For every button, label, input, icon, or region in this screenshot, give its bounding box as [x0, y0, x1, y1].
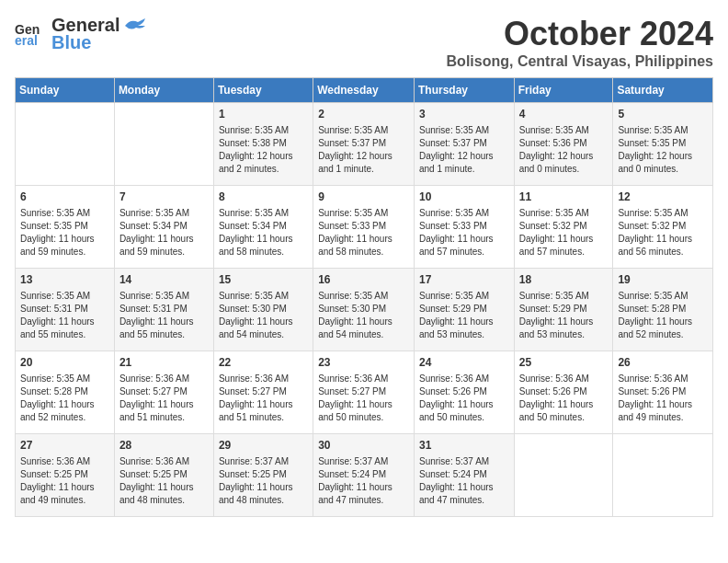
calendar-cell — [114, 103, 213, 186]
logo-bird-icon — [121, 17, 147, 35]
day-number: 17 — [419, 272, 509, 288]
day-number: 6 — [20, 190, 109, 205]
day-number: 16 — [318, 272, 409, 288]
day-number: 28 — [119, 438, 209, 454]
weekday-header-monday: Monday — [114, 78, 213, 103]
day-number: 20 — [20, 355, 109, 371]
day-info: Sunrise: 5:35 AMSunset: 5:37 PMDaylight:… — [419, 124, 509, 176]
calendar-cell: 30Sunrise: 5:37 AMSunset: 5:24 PMDayligh… — [313, 434, 415, 517]
day-number: 2 — [318, 107, 409, 122]
day-info: Sunrise: 5:35 AMSunset: 5:31 PMDaylight:… — [20, 290, 109, 341]
day-number: 15 — [219, 272, 308, 288]
calendar-cell: 17Sunrise: 5:35 AMSunset: 5:29 PMDayligh… — [414, 269, 514, 351]
calendar-week-3: 13Sunrise: 5:35 AMSunset: 5:31 PMDayligh… — [16, 269, 713, 351]
day-info: Sunrise: 5:35 AMSunset: 5:28 PMDaylight:… — [20, 373, 109, 424]
weekday-header-tuesday: Tuesday — [213, 78, 313, 103]
day-number: 10 — [419, 190, 509, 205]
day-number: 31 — [419, 438, 509, 454]
location-title: Bolisong, Central Visayas, Philippines — [447, 53, 713, 70]
day-info: Sunrise: 5:37 AMSunset: 5:25 PMDaylight:… — [219, 455, 308, 507]
day-number: 29 — [219, 438, 308, 454]
calendar-cell: 15Sunrise: 5:35 AMSunset: 5:30 PMDayligh… — [213, 269, 313, 351]
day-number: 11 — [519, 190, 609, 205]
day-number: 19 — [618, 272, 708, 288]
day-info: Sunrise: 5:35 AMSunset: 5:37 PMDaylight:… — [318, 124, 409, 176]
calendar-cell: 6Sunrise: 5:35 AMSunset: 5:35 PMDaylight… — [16, 186, 115, 269]
page-header: Gen eral General Blue October 2024 Bolis… — [15, 15, 713, 70]
calendar-cell: 14Sunrise: 5:35 AMSunset: 5:31 PMDayligh… — [114, 269, 213, 351]
calendar-cell: 1Sunrise: 5:35 AMSunset: 5:38 PMDaylight… — [213, 103, 313, 186]
weekday-header-sunday: Sunday — [16, 78, 115, 103]
day-info: Sunrise: 5:35 AMSunset: 5:33 PMDaylight:… — [318, 207, 409, 259]
calendar-cell: 10Sunrise: 5:35 AMSunset: 5:33 PMDayligh… — [414, 186, 514, 269]
calendar-cell: 29Sunrise: 5:37 AMSunset: 5:25 PMDayligh… — [213, 434, 313, 517]
day-number: 27 — [20, 438, 109, 454]
day-number: 21 — [119, 355, 209, 371]
day-number: 9 — [318, 190, 409, 205]
day-number: 1 — [219, 107, 308, 122]
calendar-cell: 11Sunrise: 5:35 AMSunset: 5:32 PMDayligh… — [514, 186, 613, 269]
day-info: Sunrise: 5:37 AMSunset: 5:24 PMDaylight:… — [318, 455, 409, 507]
logo: Gen eral General Blue — [15, 15, 147, 53]
day-info: Sunrise: 5:35 AMSunset: 5:32 PMDaylight:… — [519, 207, 609, 259]
calendar-cell: 16Sunrise: 5:35 AMSunset: 5:30 PMDayligh… — [313, 269, 415, 351]
calendar-cell: 4Sunrise: 5:35 AMSunset: 5:36 PMDaylight… — [514, 103, 613, 186]
calendar-cell: 28Sunrise: 5:36 AMSunset: 5:25 PMDayligh… — [114, 434, 213, 517]
svg-text:eral: eral — [15, 33, 38, 48]
weekday-header-thursday: Thursday — [414, 78, 514, 103]
day-number: 25 — [519, 355, 609, 371]
day-number: 30 — [318, 438, 409, 454]
calendar-header-row: SundayMondayTuesdayWednesdayThursdayFrid… — [16, 78, 713, 103]
calendar-cell: 12Sunrise: 5:35 AMSunset: 5:32 PMDayligh… — [613, 186, 713, 269]
day-info: Sunrise: 5:35 AMSunset: 5:38 PMDaylight:… — [219, 124, 308, 176]
day-number: 4 — [519, 107, 609, 122]
day-number: 3 — [419, 107, 509, 122]
day-number: 24 — [419, 355, 509, 371]
day-info: Sunrise: 5:35 AMSunset: 5:28 PMDaylight:… — [618, 290, 708, 341]
day-info: Sunrise: 5:36 AMSunset: 5:26 PMDaylight:… — [519, 373, 609, 424]
calendar-cell: 5Sunrise: 5:35 AMSunset: 5:35 PMDaylight… — [613, 103, 713, 186]
calendar-cell: 27Sunrise: 5:36 AMSunset: 5:25 PMDayligh… — [16, 434, 115, 517]
calendar-week-1: 1Sunrise: 5:35 AMSunset: 5:38 PMDaylight… — [16, 103, 713, 186]
calendar-week-2: 6Sunrise: 5:35 AMSunset: 5:35 PMDaylight… — [16, 186, 713, 269]
calendar-cell — [16, 103, 115, 186]
day-info: Sunrise: 5:36 AMSunset: 5:27 PMDaylight:… — [219, 373, 308, 424]
day-number: 26 — [618, 355, 708, 371]
calendar-cell: 21Sunrise: 5:36 AMSunset: 5:27 PMDayligh… — [114, 351, 213, 434]
title-block: October 2024 Bolisong, Central Visayas, … — [447, 15, 713, 70]
day-info: Sunrise: 5:36 AMSunset: 5:27 PMDaylight:… — [318, 373, 409, 424]
day-number: 18 — [519, 272, 609, 288]
day-info: Sunrise: 5:35 AMSunset: 5:31 PMDaylight:… — [119, 290, 209, 341]
day-info: Sunrise: 5:35 AMSunset: 5:32 PMDaylight:… — [618, 207, 708, 259]
day-number: 13 — [20, 272, 109, 288]
calendar-cell: 20Sunrise: 5:35 AMSunset: 5:28 PMDayligh… — [16, 351, 115, 434]
calendar-cell — [613, 434, 713, 517]
day-number: 7 — [119, 190, 209, 205]
day-number: 23 — [318, 355, 409, 371]
day-number: 8 — [219, 190, 308, 205]
day-info: Sunrise: 5:35 AMSunset: 5:29 PMDaylight:… — [419, 290, 509, 341]
calendar-cell: 8Sunrise: 5:35 AMSunset: 5:34 PMDaylight… — [213, 186, 313, 269]
calendar-cell: 13Sunrise: 5:35 AMSunset: 5:31 PMDayligh… — [16, 269, 115, 351]
calendar-week-5: 27Sunrise: 5:36 AMSunset: 5:25 PMDayligh… — [16, 434, 713, 517]
day-info: Sunrise: 5:35 AMSunset: 5:33 PMDaylight:… — [419, 207, 509, 259]
calendar-cell: 31Sunrise: 5:37 AMSunset: 5:24 PMDayligh… — [414, 434, 514, 517]
day-info: Sunrise: 5:35 AMSunset: 5:35 PMDaylight:… — [618, 124, 708, 176]
day-info: Sunrise: 5:37 AMSunset: 5:24 PMDaylight:… — [419, 455, 509, 507]
day-info: Sunrise: 5:35 AMSunset: 5:35 PMDaylight:… — [20, 207, 109, 259]
calendar-cell — [514, 434, 613, 517]
day-number: 22 — [219, 355, 308, 371]
calendar-week-4: 20Sunrise: 5:35 AMSunset: 5:28 PMDayligh… — [16, 351, 713, 434]
day-number: 5 — [618, 107, 708, 122]
weekday-header-wednesday: Wednesday — [313, 78, 415, 103]
day-info: Sunrise: 5:35 AMSunset: 5:30 PMDaylight:… — [219, 290, 308, 341]
day-info: Sunrise: 5:35 AMSunset: 5:30 PMDaylight:… — [318, 290, 409, 341]
calendar-cell: 23Sunrise: 5:36 AMSunset: 5:27 PMDayligh… — [313, 351, 415, 434]
month-title: October 2024 — [447, 15, 713, 53]
day-info: Sunrise: 5:36 AMSunset: 5:27 PMDaylight:… — [119, 373, 209, 424]
calendar-table: SundayMondayTuesdayWednesdayThursdayFrid… — [15, 77, 713, 517]
calendar-cell: 7Sunrise: 5:35 AMSunset: 5:34 PMDaylight… — [114, 186, 213, 269]
weekday-header-friday: Friday — [514, 78, 613, 103]
day-number: 12 — [618, 190, 708, 205]
logo-icon: Gen eral — [15, 17, 48, 51]
